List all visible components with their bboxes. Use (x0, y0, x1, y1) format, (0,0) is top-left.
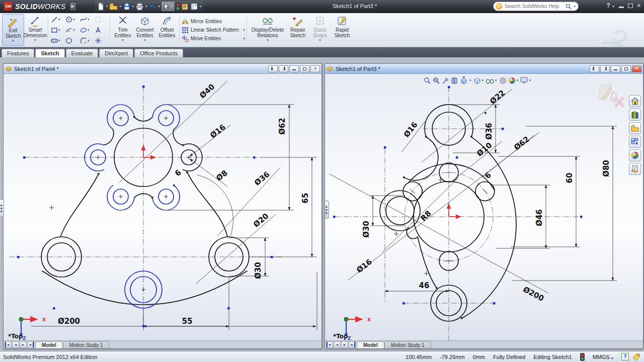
status-help-button[interactable]: ? (621, 353, 629, 360)
help-caret-icon[interactable] (612, 5, 614, 8)
part3-sketch-svg[interactable]: Ø22 Ø36 Ø16 Ø10 Ø62 Ø80 60 6 Ø46 Ø30 R8 … (325, 74, 643, 340)
dropdown-caret-icon[interactable] (73, 18, 75, 22)
tab-office-products[interactable]: Office Products (134, 49, 183, 57)
last-tab-button[interactable] (349, 341, 356, 348)
sketch-entities-blue[interactable] (85, 105, 180, 308)
dropdown-caret-icon[interactable] (88, 39, 90, 43)
trim-box-tool-button[interactable] (94, 14, 108, 25)
offset-entities-button[interactable]: Offset Entities (156, 14, 178, 46)
polygon-tool-button[interactable] (64, 35, 79, 46)
centerlines[interactable] (334, 87, 582, 340)
close-doc-button[interactable]: × (310, 65, 320, 72)
part3-window-titlebar[interactable]: Sketch1 of Part3 * × (325, 64, 643, 74)
prev-tab-button[interactable] (12, 341, 19, 348)
zoom-fit-icon[interactable] (424, 77, 431, 84)
search-input[interactable] (504, 3, 564, 10)
design-library-button[interactable] (629, 109, 641, 121)
dropdown-caret-icon[interactable] (243, 28, 245, 32)
dock-left-button[interactable] (590, 65, 599, 72)
dropdown-caret-icon[interactable] (132, 5, 134, 9)
dropdown-caret-icon[interactable] (34, 38, 36, 42)
tab-evaluate[interactable]: Evaluate (66, 49, 99, 57)
solidworks-resources-button[interactable] (629, 95, 641, 107)
dropdown-caret-icon[interactable] (88, 18, 90, 22)
dimension-labels[interactable]: Ø40 Ø62 Ø16 Ø8 Ø36 6 65 Ø20 Ø30 Ø200 55 (58, 82, 310, 326)
quick-snaps-button[interactable]: Quick Snaps (309, 14, 331, 46)
first-tab-button[interactable] (5, 341, 12, 348)
menu-expand-arrow-icon[interactable]: ▶ (69, 2, 76, 11)
restore-button[interactable] (628, 4, 633, 8)
part3-sketch-canvas[interactable]: Ø22 Ø36 Ø16 Ø10 Ø62 Ø80 60 6 Ø46 Ø30 R8 … (325, 74, 643, 340)
options-button[interactable] (181, 3, 189, 11)
dock-right-button[interactable] (600, 65, 610, 72)
linear-sketch-pattern-button[interactable]: Linear Sketch Pattern (182, 27, 245, 34)
reference-arc[interactable] (197, 175, 233, 236)
file-explorer-button[interactable] (629, 122, 641, 134)
part4-sketch-svg[interactable]: Ø40 Ø62 Ø16 Ø8 Ø36 6 65 Ø20 Ø30 Ø200 55 (4, 74, 321, 340)
point-tool-button[interactable] (94, 35, 108, 46)
text-tool-button[interactable] (94, 25, 108, 35)
dropdown-caret-icon[interactable] (119, 5, 121, 9)
design-checker-button[interactable] (190, 3, 198, 11)
dropdown-caret-icon[interactable] (482, 78, 484, 82)
restore-doc-button[interactable] (300, 65, 309, 72)
display-style-icon[interactable] (473, 77, 485, 84)
dropdown-caret-icon[interactable] (122, 38, 124, 42)
dropdown-caret-icon[interactable] (58, 39, 60, 43)
mirror-entities-button[interactable]: Mirror Entities (182, 18, 245, 25)
print-button[interactable] (135, 3, 144, 11)
dock-right-button[interactable] (279, 65, 288, 72)
tab-features[interactable]: Features (2, 49, 34, 57)
close-button[interactable]: × (637, 2, 641, 9)
motion-study-tab[interactable]: Motion Study 1 (63, 341, 110, 348)
part4-window-titlebar[interactable]: Sketch1 of Part4 * × (4, 64, 321, 74)
convert-entities-button[interactable]: Convert Entities (134, 14, 156, 46)
dropdown-caret-icon[interactable] (495, 78, 497, 82)
dropdown-caret-icon[interactable] (469, 78, 471, 82)
search-icon[interactable] (566, 4, 572, 10)
dropdown-caret-icon[interactable] (319, 38, 321, 42)
feature-tree-splitter-tab[interactable]: ▶▶▶ (0, 199, 4, 217)
model-tab[interactable]: Model (357, 341, 384, 348)
circle-tool-button[interactable] (64, 14, 79, 25)
fillet-tool-button[interactable] (79, 35, 94, 46)
dropdown-caret-icon[interactable] (517, 78, 519, 82)
dropdown-caret-icon[interactable] (58, 28, 60, 32)
search-box[interactable]: ? (493, 2, 579, 11)
minimize-doc-button[interactable] (611, 65, 620, 72)
smart-dimension-button[interactable]: Smart Dimension (24, 14, 46, 46)
spline-tool-button[interactable] (79, 14, 94, 25)
apply-scene-icon[interactable] (508, 77, 519, 84)
close-doc-button[interactable]: × (632, 65, 641, 72)
next-tab-button[interactable] (341, 341, 348, 348)
dropdown-caret-icon[interactable] (267, 38, 269, 42)
dropdown-caret-icon[interactable] (58, 18, 60, 22)
units-selector[interactable]: MMGS ▴ (593, 354, 613, 360)
dropdown-caret-icon[interactable] (12, 39, 14, 43)
magnified-selection-icon[interactable] (442, 77, 449, 84)
dropdown-caret-icon[interactable] (73, 28, 75, 32)
line-tool-button[interactable] (50, 14, 64, 25)
restore-doc-button[interactable] (621, 65, 631, 72)
move-entities-button[interactable]: Move Entities (182, 35, 245, 42)
tab-dimxpert[interactable]: DimXpert (99, 49, 133, 57)
confirmation-corner[interactable] (598, 83, 626, 109)
rapid-sketch-button[interactable]: Rapid Sketch (331, 14, 353, 46)
dropdown-caret-icon[interactable] (200, 5, 202, 9)
new-document-button[interactable] (97, 3, 105, 11)
next-tab-button[interactable] (20, 341, 27, 348)
select-tool-button[interactable] (162, 2, 175, 11)
section-view-icon[interactable] (451, 77, 458, 84)
model-tab[interactable]: Model (35, 341, 63, 348)
last-tab-button[interactable] (27, 341, 34, 348)
undo-button[interactable] (149, 3, 157, 11)
open-document-button[interactable] (109, 3, 118, 11)
prev-tab-button[interactable] (334, 341, 341, 348)
hide-show-items-icon[interactable] (486, 77, 498, 84)
dropdown-caret-icon[interactable] (145, 5, 147, 9)
search-dropdown-caret-icon[interactable] (574, 5, 576, 9)
tab-sketch[interactable]: Sketch (35, 49, 64, 57)
trim-entities-button[interactable]: Trim Entities (112, 14, 134, 46)
dock-left-button[interactable] (268, 65, 278, 72)
minimize-doc-button[interactable] (289, 65, 299, 72)
